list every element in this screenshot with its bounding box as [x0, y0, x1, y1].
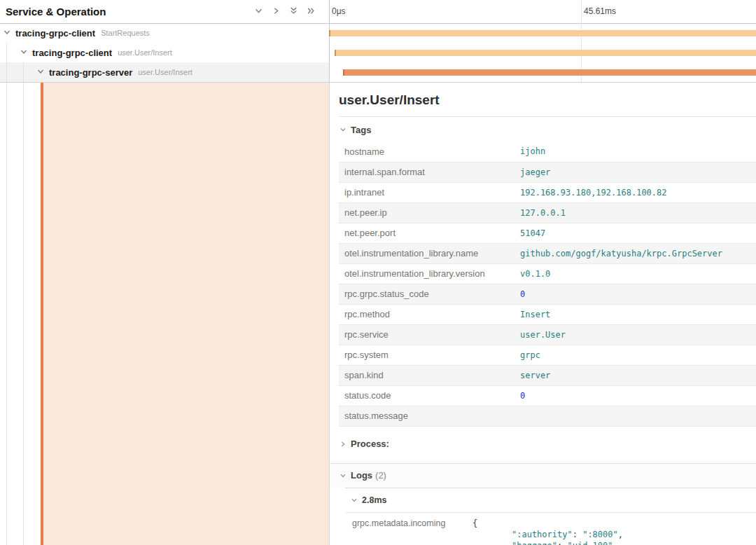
chevron-down-icon: [20, 46, 28, 59]
selected-span-tint-area: [43, 83, 329, 545]
json-line: ":authority": ":8000",: [472, 529, 623, 540]
tag-value: [514, 406, 756, 426]
tag-key: net.peer.ip: [339, 202, 514, 223]
expand-all-button[interactable]: [306, 7, 316, 17]
tag-key: rpc.grpc.status_code: [339, 284, 514, 304]
tree-indent-guide: [6, 43, 7, 545]
span-name-cell[interactable]: tracing-grpc-client user.User/Insert: [0, 43, 329, 62]
tag-row: rpc.service user.User: [339, 324, 756, 345]
chevron-down-icon: [254, 6, 263, 18]
chevron-down-icon: [340, 123, 346, 136]
tag-value: user.User: [514, 324, 756, 345]
tag-key: rpc.service: [339, 324, 514, 345]
tags-table: hostname ijohn internal.span.format jaeg…: [339, 142, 756, 427]
json-open-brace: {: [472, 518, 623, 529]
json-value-link[interactable]: "uid=100": [567, 541, 612, 545]
tag-row: rpc.method Insert: [339, 304, 756, 324]
span-row: tracing-grpc-client StartRequests: [0, 23, 756, 43]
tag-row: net.peer.port 51047: [339, 223, 756, 243]
detail-top-border: [0, 82, 756, 83]
chevron-down-icon: [351, 494, 358, 506]
double-chevron-down-icon: [289, 6, 298, 18]
logs-accordion-header[interactable]: Logs (2): [330, 464, 756, 488]
span-children-toggle[interactable]: [3, 29, 11, 37]
tag-value: Insert: [514, 304, 756, 324]
span-operation-name: user.User/Insert: [118, 48, 172, 57]
span-duration-bar[interactable]: [329, 30, 756, 36]
tag-value: github.com/gogf/katyusha/krpc.GrpcServer: [514, 243, 756, 263]
span-row: tracing-grpc-client user.User/Insert: [0, 43, 756, 62]
tag-value: 51047: [514, 223, 756, 243]
timeline-header: Service & Operation 0μs 45.61ms: [0, 0, 756, 24]
tag-row: internal.span.format jaeger: [339, 162, 756, 182]
chevron-right-icon: [272, 6, 281, 18]
log-field-value-json: { ":authority": ":8000", "baggage": "uid…: [472, 518, 623, 545]
tag-value: v0.1.0: [514, 263, 756, 284]
tags-accordion-header[interactable]: Tags: [330, 117, 756, 142]
ruler-tick-start: 0μs: [332, 0, 346, 23]
logs-count: (2): [375, 470, 386, 481]
span-operation-name: user.User/Insert: [138, 68, 192, 76]
tag-key: rpc.system: [339, 345, 514, 365]
expand-one-level-button[interactable]: [271, 7, 281, 17]
chevron-down-icon: [3, 27, 11, 39]
tag-value: 0: [514, 385, 756, 406]
service-operation-header: Service & Operation: [6, 0, 106, 23]
tag-value: 192.168.93.180,192.168.100.82: [514, 182, 756, 202]
span-detail-panel: user.User/Insert Tags hostname ijohn int…: [329, 83, 756, 545]
trace-timeline-view: Service & Operation 0μs 45.61ms tracing-…: [0, 0, 756, 545]
tag-key: rpc.method: [339, 304, 514, 324]
tag-row: net.peer.ip 127.0.0.1: [339, 202, 756, 223]
tree-indent-guide: [23, 62, 24, 545]
process-accordion-header[interactable]: Process:: [330, 427, 756, 456]
logs-section: Logs (2) 2.8ms grpc.metadata.incoming { …: [330, 463, 756, 545]
log-fields-table: grpc.metadata.incoming { ":authority": "…: [345, 512, 756, 545]
tag-row: rpc.system grpc: [339, 345, 756, 365]
span-children-toggle[interactable]: [36, 68, 45, 76]
span-name-cell[interactable]: tracing-grpc-server user.User/Insert: [0, 62, 329, 82]
tag-key: ip.intranet: [339, 182, 514, 202]
json-key: ":authority": [512, 530, 573, 539]
tag-row: rpc.grpc.status_code 0: [339, 284, 756, 304]
tag-key: status.code: [339, 385, 514, 406]
json-value: ":8000": [582, 530, 618, 539]
log-timestamp: 2.8ms: [362, 495, 386, 505]
tag-key: otel.instrumentation_library.version: [339, 263, 514, 284]
tag-key: status.message: [339, 406, 514, 426]
span-service-name: tracing-grpc-server: [49, 67, 132, 78]
span-duration-bar[interactable]: [343, 69, 756, 76]
tag-value: jaeger: [514, 162, 756, 182]
span-duration-bar[interactable]: [335, 50, 756, 56]
tag-key: net.peer.port: [339, 223, 514, 243]
chevron-down-icon: [36, 66, 45, 78]
span-detail-title: user.User/Insert: [330, 83, 756, 116]
tag-value: grpc: [514, 345, 756, 365]
span-row-selected: tracing-grpc-server user.User/Insert: [0, 62, 756, 82]
collapse-all-button[interactable]: [288, 7, 298, 17]
tag-key: span.kind: [339, 365, 514, 385]
log-entry-header[interactable]: 2.8ms: [345, 488, 756, 512]
json-key: "baggage": [512, 541, 557, 545]
tag-key: hostname: [339, 142, 514, 162]
process-header-label: Process:: [351, 439, 389, 449]
tag-row: status.message: [339, 406, 756, 426]
ruler-tick-mid: 45.61ms: [584, 0, 616, 23]
log-field-key: grpc.metadata.incoming: [352, 518, 472, 545]
tag-row: span.kind server: [339, 365, 756, 385]
tag-value: 127.0.0.1: [514, 202, 756, 223]
logs-header-label: Logs: [351, 470, 372, 481]
span-children-toggle[interactable]: [20, 48, 28, 57]
tag-value: server: [514, 365, 756, 385]
collapse-one-level-button[interactable]: [253, 7, 263, 17]
tag-row: otel.instrumentation_library.name github…: [339, 243, 756, 263]
tag-value: 0: [514, 284, 756, 304]
tag-value: ijohn: [514, 142, 756, 162]
span-service-name: tracing-grpc-client: [32, 48, 112, 58]
chevron-down-icon: [340, 469, 346, 482]
tag-key: otel.instrumentation_library.name: [339, 243, 514, 263]
tags-header-label: Tags: [351, 125, 371, 135]
span-name-cell[interactable]: tracing-grpc-client StartRequests: [0, 23, 329, 43]
json-line: "baggage": "uid=100",: [472, 540, 623, 545]
tag-row: ip.intranet 192.168.93.180,192.168.100.8…: [339, 182, 756, 202]
timeline-collapse-controls: [253, 0, 316, 23]
